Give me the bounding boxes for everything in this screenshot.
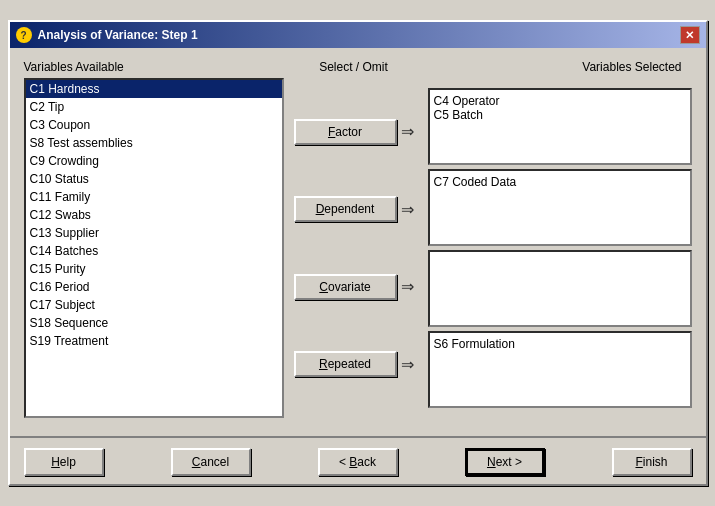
var-item-C3[interactable]: C3 Coupon [26,116,282,134]
covariate-selected-box[interactable] [428,250,692,327]
next-label: Next > [487,455,522,469]
var-item-C16[interactable]: C16 Period [26,278,282,296]
back-button[interactable]: < Back [318,448,398,476]
dependent-arrow: ⇒ [401,200,414,219]
var-item-C9[interactable]: C9 Crowding [26,152,282,170]
main-area: C1 Hardness C2 Tip C3 Coupon S8 Test ass… [24,78,692,418]
header-select-omit: Select / Omit [284,60,424,74]
action-buttons-panel: Factor ⇒ Dependent ⇒ Covariate ⇒ [284,78,424,418]
dependent-button[interactable]: Dependent [294,196,397,222]
var-item-C12[interactable]: C12 Swabs [26,206,282,224]
var-item-S19[interactable]: S19 Treatment [26,332,282,350]
title-bar-left: ? Analysis of Variance: Step 1 [16,27,198,43]
header-variables-selected: Variables Selected [424,60,692,74]
factor-label: Factor [328,125,362,139]
variables-list[interactable]: C1 Hardness C2 Tip C3 Coupon S8 Test ass… [24,78,284,418]
next-button[interactable]: Next > [465,448,545,476]
column-headers: Variables Available Select / Omit Variab… [24,60,692,74]
factor-arrow: ⇒ [401,122,414,141]
repeated-selected-box[interactable]: S6 Formulation [428,331,692,408]
window-title: Analysis of Variance: Step 1 [38,28,198,42]
dependent-selected-box[interactable]: C7 Coded Data [428,169,692,246]
var-item-S8[interactable]: S8 Test assemblies [26,134,282,152]
var-item-C1[interactable]: C1 Hardness [26,80,282,98]
var-item-C2[interactable]: C2 Tip [26,98,282,116]
help-button[interactable]: Help [24,448,104,476]
var-item-C11[interactable]: C11 Family [26,188,282,206]
var-item-C13[interactable]: C13 Supplier [26,224,282,242]
covariate-label: Covariate [319,280,370,294]
repeated-label: Repeated [319,357,371,371]
content-area: Variables Available Select / Omit Variab… [10,48,706,428]
var-item-C14[interactable]: C14 Batches [26,242,282,260]
covariate-button[interactable]: Covariate [294,274,397,300]
back-label: < Back [339,455,376,469]
repeated-button[interactable]: Repeated [294,351,397,377]
factor-selected-box[interactable]: C4 Operator C5 Batch [428,88,692,165]
header-variables-available: Variables Available [24,60,284,74]
var-item-C17[interactable]: C17 Subject [26,296,282,314]
finish-button[interactable]: Finish [612,448,692,476]
title-bar: ? Analysis of Variance: Step 1 ✕ [10,22,706,48]
repeated-arrow: ⇒ [401,355,414,374]
var-item-S18[interactable]: S18 Sequence [26,314,282,332]
close-button[interactable]: ✕ [680,26,700,44]
factor-button[interactable]: Factor [294,119,397,145]
finish-label: Finish [635,455,667,469]
cancel-button[interactable]: Cancel [171,448,251,476]
help-label: elp [60,455,76,469]
dependent-label: Dependent [316,202,375,216]
window-icon: ? [16,27,32,43]
covariate-arrow: ⇒ [401,277,414,296]
selected-variables-panel: C4 Operator C5 Batch C7 Coded Data S6 Fo… [424,78,692,418]
var-item-C15[interactable]: C15 Purity [26,260,282,278]
main-window: ? Analysis of Variance: Step 1 ✕ Variabl… [8,20,708,486]
footer: Help Cancel < Back Next > Finish [10,436,706,484]
help-underline: H [51,455,60,469]
var-item-C10[interactable]: C10 Status [26,170,282,188]
cancel-label: ancel [200,455,229,469]
